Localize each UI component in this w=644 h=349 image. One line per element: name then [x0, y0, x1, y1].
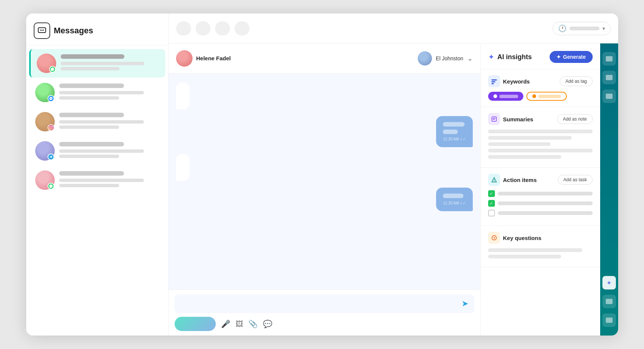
action-item [488, 210, 593, 216]
tab-3[interactable] [215, 21, 230, 36]
tab-2[interactable] [196, 21, 211, 36]
avatar [35, 83, 55, 102]
contact-msg-placeholder2 [61, 67, 120, 70]
svg-rect-10 [492, 117, 496, 121]
sidebar-title: Messages [54, 26, 93, 36]
keywords-title: Keywords [503, 78, 530, 85]
key-questions-section: ? Key questions [481, 226, 600, 267]
svg-text:?: ? [493, 236, 495, 240]
sidebar: Messages [26, 13, 169, 336]
svg-rect-9 [492, 83, 494, 84]
chat-input-area: ➤ 🎤 🖼 📎 💬 [169, 289, 480, 336]
contact-msg-placeholder2 [59, 125, 119, 129]
agent-dropdown-icon[interactable]: ⌄ [467, 54, 473, 63]
chevron-down-icon: ▾ [602, 25, 605, 31]
contact-info [59, 84, 159, 101]
contact-item[interactable] [29, 49, 165, 78]
chat-agent-avatar [418, 51, 432, 66]
action-item-text [498, 192, 593, 195]
right-nav-item-1[interactable] [602, 52, 616, 66]
ai-panel-title: AI insights [498, 53, 532, 61]
clock-status-area[interactable]: 🕐 ▾ [553, 22, 611, 35]
right-nav-item-2[interactable] [602, 71, 616, 84]
keyword-tag-purple[interactable] [488, 92, 523, 101]
action-item-checkbox-3[interactable] [488, 210, 495, 216]
send-icon[interactable]: ➤ [462, 299, 468, 309]
key-questions-content [488, 248, 593, 258]
top-bar: 🕐 ▾ [169, 13, 618, 43]
chat-messages: 11:30 AM ✓✓ 11:30 AM ✓✓ [169, 73, 480, 289]
message-bubble-incoming [176, 82, 190, 109]
contact-name-placeholder [61, 54, 125, 59]
right-nav-item-5[interactable] [602, 313, 616, 327]
chat-contact-info: Helene Fadel [176, 50, 231, 67]
microphone-icon[interactable]: 🎤 [221, 319, 230, 328]
platform-badge-whatsapp [49, 66, 56, 73]
keyword-tag-orange[interactable] [526, 92, 567, 101]
tag-text-placeholder2 [538, 95, 561, 98]
keywords-tags [488, 92, 593, 101]
key-question-line [488, 255, 561, 258]
right-nav: ✦ [600, 43, 618, 336]
avatar [35, 112, 55, 131]
add-as-note-button[interactable]: Add as note [557, 114, 592, 124]
right-nav-sparkle-item[interactable]: ✦ [602, 276, 616, 289]
message-bubble-outgoing: 11:30 AM ✓✓ [436, 116, 472, 147]
right-nav-item-4[interactable] [602, 295, 616, 308]
message-time2: 11:30 AM ✓✓ [443, 201, 466, 205]
key-questions-title-wrap: ? Key questions [488, 232, 542, 244]
message-text-placeholder [443, 194, 463, 198]
action-items-title-wrap: Action items [488, 174, 537, 186]
keywords-section-header: Keywords Add as tag [488, 75, 593, 87]
chat-input-box[interactable]: ➤ [175, 294, 474, 313]
tag-text-placeholder [499, 95, 518, 98]
contact-name-placeholder [59, 142, 124, 146]
tab-1[interactable] [176, 21, 191, 36]
action-item-checkbox-1[interactable]: ✓ [488, 190, 495, 197]
platform-badge-telegram [48, 154, 54, 160]
contact-info [59, 142, 159, 160]
ai-panel: ✦ AI insights ✦ Generate [480, 43, 600, 336]
contact-info [59, 171, 159, 189]
right-nav-item-3[interactable] [602, 89, 616, 103]
image-icon[interactable]: 🖼 [236, 320, 243, 328]
add-as-task-button[interactable]: Add as task [558, 175, 593, 185]
action-item-checkbox-2[interactable]: ✓ [488, 200, 495, 207]
action-items-list: ✓ ✓ [488, 190, 593, 216]
contact-item[interactable] [29, 107, 165, 136]
svg-point-3 [43, 30, 44, 31]
contact-info [59, 113, 159, 131]
summaries-title: Summaries [503, 116, 533, 122]
add-as-tag-button[interactable]: Add as tag [560, 76, 592, 86]
platform-badge-whatsapp2 [48, 183, 54, 189]
contact-msg-placeholder2 [59, 184, 119, 187]
compose-button[interactable] [175, 317, 216, 331]
tab-4[interactable] [235, 21, 250, 36]
summary-line [488, 149, 593, 152]
attachment-icon[interactable]: 📎 [248, 319, 258, 328]
summary-line [488, 142, 551, 146]
contact-name-placeholder [59, 171, 124, 176]
avatar [35, 141, 55, 161]
summary-line [488, 136, 572, 140]
svg-point-2 [41, 30, 42, 31]
summaries-content [488, 130, 593, 159]
contact-item[interactable] [29, 137, 165, 165]
action-item-text [498, 201, 593, 205]
clock-icon: 🕐 [558, 24, 566, 33]
chat-bubble-icon[interactable]: 💬 [263, 319, 272, 328]
summary-line [488, 130, 593, 133]
summaries-section: Summaries Add as note [481, 107, 600, 168]
contact-item[interactable] [29, 78, 165, 107]
generate-button[interactable]: ✦ Generate [550, 51, 593, 63]
chat-agent-name: El Johnston [436, 55, 463, 61]
action-items-icon [488, 174, 500, 186]
chat-input-actions: 🎤 🖼 📎 💬 [175, 317, 474, 331]
ai-panel-header: ✦ AI insights ✦ Generate [481, 43, 600, 69]
avatar [37, 54, 56, 73]
contact-item[interactable] [29, 166, 165, 194]
generate-sparkle-icon: ✦ [556, 54, 561, 60]
contact-msg-placeholder2 [59, 155, 119, 158]
svg-point-6 [51, 127, 52, 127]
chat-header: Helene Fadel El Johnston ⌄ [169, 43, 480, 73]
